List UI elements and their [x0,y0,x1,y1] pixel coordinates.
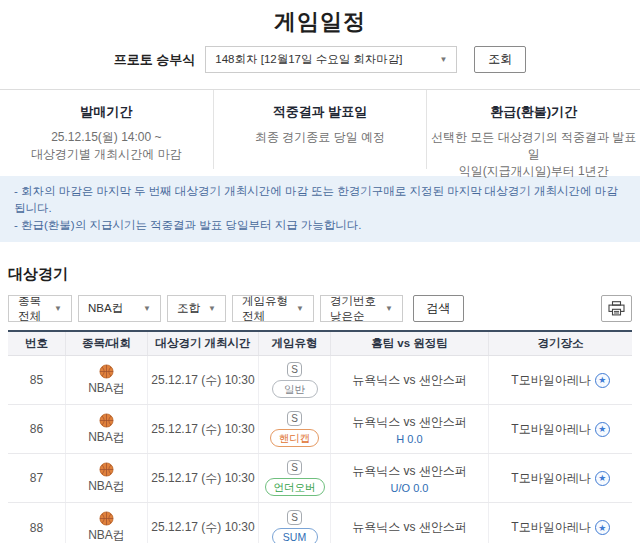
col-header-teams: 홈팀 vs 원정팀 [330,332,488,355]
game-type-cell: S SUM [258,503,330,543]
combo-filter-select[interactable]: 조합 ▼ [167,295,226,322]
notice-line: - 회차의 마감은 마지막 두 번째 대상경기 개최시간에 마감 또는 한경기구… [14,183,626,217]
teams-cell: 뉴욕닉스 vs 샌안스퍼 [330,503,488,543]
game-time: 25.12.17 (수) 10:30 [147,405,258,453]
col-header-number: 번호 [8,332,65,355]
teams-text: 뉴욕닉스 vs 샌안스퍼 [352,463,467,480]
chevron-down-icon: ▼ [143,304,151,313]
round-select[interactable]: 148회차 [12월17일 수요일 회차마감] ▼ [205,46,457,73]
game-number: 86 [8,405,65,453]
sort-filter-select[interactable]: 경기번호 낮은순 ▼ [320,295,403,322]
games-table: 번호 종목/대회 대상경기 개최시간 게임유형 홈팀 vs 원정팀 경기장소 8… [8,330,632,543]
game-type-filter-value: 게임유형전체 [242,294,290,324]
col-header-time: 대상경기 개최시간 [147,332,258,355]
league-cell: NBA컵 [65,454,147,502]
filter-bar: 종목전체 ▼ NBA컵 ▼ 조합 ▼ 게임유형전체 ▼ 경기번호 낮은순 ▼ 검… [8,295,632,322]
teams-text: 뉴욕닉스 vs 샌안스퍼 [352,372,467,389]
league-filter-select[interactable]: NBA컵 ▼ [78,295,161,322]
page-title: 게임일정 [0,0,640,37]
game-type-badge: 일반 [272,380,318,398]
round-selector-label: 프로토 승부식 [114,51,196,69]
query-button[interactable]: 조회 [474,46,526,73]
game-type-cell: S 일반 [258,356,330,404]
venue-star-icon[interactable]: ★ [595,422,610,437]
col-header-league: 종목/대회 [65,332,147,355]
handicap-value: U/O 0.0 [391,482,429,494]
info-title: 환급(환불)기간 [427,103,640,121]
handicap-value: H 0.0 [396,433,422,445]
print-button[interactable] [601,295,632,322]
info-refund-period: 환급(환불)기간 선택한 모든 대상경기의 적중결과 발표일 익일(지급개시일)… [426,90,640,169]
teams-cell: 뉴욕닉스 vs 샌안스퍼 H 0.0 [330,405,488,453]
venue-star-icon[interactable]: ★ [595,373,610,388]
printer-icon [608,301,625,316]
teams-text: 뉴욕닉스 vs 샌안스퍼 [352,519,467,536]
teams-text: 뉴욕닉스 vs 샌안스퍼 [352,414,467,431]
venue-star-icon[interactable]: ★ [595,520,610,535]
info-line: 최종 경기종료 당일 예정 [214,129,427,146]
combo-filter-value: 조합 [177,301,200,316]
table-row: 88 NBA컵 25.12.17 (수) 10:30 S SUM 뉴욕닉스 vs… [8,503,632,543]
game-type-cell: S 언더오버 [258,454,330,502]
info-result-date: 적중결과 발표일 최종 경기종료 당일 예정 [213,90,427,169]
league-cell: NBA컵 [65,405,147,453]
league-name: NBA컵 [88,429,125,446]
league-name: NBA컵 [88,527,125,543]
game-type-filter-select[interactable]: 게임유형전체 ▼ [232,295,314,322]
venue-cell: T모바일아레나 ★ [488,405,632,453]
chevron-down-icon: ▼ [385,304,393,313]
table-row: 85 NBA컵 25.12.17 (수) 10:30 S 일반 뉴욕닉스 vs … [8,356,632,405]
venue-star-icon[interactable]: ★ [595,471,610,486]
info-line: 대상경기별 개최시간에 마감 [0,146,213,163]
venue-name: T모바일아레나 [511,470,590,487]
info-title: 발매기간 [0,103,213,121]
game-type-cell: S 핸디캡 [258,405,330,453]
teams-cell: 뉴욕닉스 vs 샌안스퍼 [330,356,488,404]
round-info-panel: 발매기간 25.12.15(월) 14:00 ~ 대상경기별 개최시간에 마감 … [0,89,640,169]
league-filter-value: NBA컵 [88,301,123,316]
game-number: 85 [8,356,65,404]
col-header-venue: 경기장소 [488,332,632,355]
game-type-badge: 핸디캡 [270,429,320,447]
single-game-icon: S [287,362,302,377]
league-name: NBA컵 [88,380,125,397]
search-button[interactable]: 검색 [413,295,464,322]
info-line: 익일(지급개시일)부터 1년간 [427,163,640,180]
chevron-down-icon: ▼ [296,304,304,313]
teams-cell: 뉴욕닉스 vs 샌안스퍼 U/O 0.0 [330,454,488,502]
info-line: 선택한 모든 대상경기의 적중결과 발표일 [427,129,640,163]
league-cell: NBA컵 [65,503,147,543]
sport-filter-value: 종목전체 [18,294,48,324]
chevron-down-icon: ▼ [439,55,447,64]
table-row: 86 NBA컵 25.12.17 (수) 10:30 S 핸디캡 뉴욕닉스 vs… [8,405,632,454]
game-schedule-page: 게임일정 프로토 승부식 148회차 [12월17일 수요일 회차마감] ▼ 조… [0,0,640,543]
round-selector-bar: 프로토 승부식 148회차 [12월17일 수요일 회차마감] ▼ 조회 [0,46,640,73]
basketball-icon [99,462,114,477]
single-game-icon: S [287,460,302,475]
games-table-header: 번호 종목/대회 대상경기 개최시간 게임유형 홈팀 vs 원정팀 경기장소 [8,332,632,356]
chevron-down-icon: ▼ [54,304,62,313]
notice-line: - 환급(환불)의 지급시기는 적중결과 발표 당일부터 지급 가능합니다. [14,217,626,234]
sport-filter-select[interactable]: 종목전체 ▼ [8,295,72,322]
col-header-game-type: 게임유형 [258,332,330,355]
basketball-icon [99,364,114,379]
game-type-badge: SUM [272,528,318,543]
venue-cell: T모바일아레나 ★ [488,503,632,543]
chevron-down-icon: ▼ [208,304,216,313]
game-number: 87 [8,454,65,502]
venue-name: T모바일아레나 [511,421,590,438]
info-sale-period: 발매기간 25.12.15(월) 14:00 ~ 대상경기별 개최시간에 마감 [0,90,213,169]
single-game-icon: S [287,411,302,426]
league-name: NBA컵 [88,478,125,495]
round-select-value: 148회차 [12월17일 수요일 회차마감] [215,52,402,67]
notice-box: - 회차의 마감은 마지막 두 번째 대상경기 개최시간에 마감 또는 한경기구… [0,176,640,242]
game-number: 88 [8,503,65,543]
game-time: 25.12.17 (수) 10:30 [147,356,258,404]
venue-name: T모바일아레나 [511,519,590,536]
venue-cell: T모바일아레나 ★ [488,454,632,502]
info-title: 적중결과 발표일 [214,103,427,121]
game-time: 25.12.17 (수) 10:30 [147,503,258,543]
target-games-section-title: 대상경기 [8,265,640,284]
sort-filter-value: 경기번호 낮은순 [330,294,379,324]
league-cell: NBA컵 [65,356,147,404]
